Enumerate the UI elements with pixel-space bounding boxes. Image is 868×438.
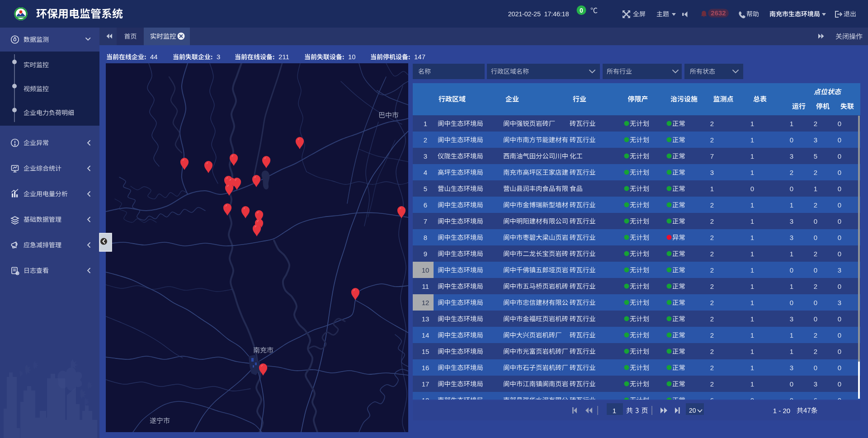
svg-text:0: 0 [838, 315, 841, 323]
svg-text:2: 2 [710, 299, 714, 306]
svg-text:1: 1 [790, 120, 793, 127]
svg-text:2: 2 [710, 250, 714, 258]
svg-text:0: 0 [750, 185, 754, 193]
svg-text:147: 147 [414, 53, 425, 61]
svg-text:0: 0 [790, 299, 793, 306]
svg-text:15: 15 [422, 348, 429, 355]
svg-text:1: 1 [790, 348, 793, 355]
svg-text:0: 0 [790, 396, 793, 404]
svg-text:5: 5 [424, 185, 427, 193]
svg-text:3: 3 [790, 217, 793, 225]
svg-text:1: 1 [790, 201, 793, 209]
svg-text:1: 1 [750, 201, 754, 209]
svg-text:0: 0 [580, 7, 583, 14]
svg-text:2021-02-25 17:46:18: 2021-02-25 17:46:18 [508, 10, 569, 18]
svg-text:14: 14 [422, 331, 429, 339]
svg-text:3: 3 [710, 169, 714, 176]
svg-text:0: 0 [790, 185, 793, 193]
svg-text:0: 0 [838, 217, 841, 225]
svg-text:1: 1 [790, 250, 793, 258]
svg-text:2: 2 [814, 120, 817, 127]
svg-text:0: 0 [790, 266, 793, 274]
svg-text:1: 1 [750, 283, 754, 290]
svg-text:2: 2 [790, 169, 793, 176]
svg-text:0: 0 [838, 364, 841, 372]
svg-text:1: 1 [750, 364, 754, 372]
svg-text:11: 11 [422, 283, 429, 290]
svg-text:0: 0 [838, 283, 841, 290]
svg-text:2: 2 [710, 217, 714, 225]
svg-text:1 - 20: 1 - 20 [773, 407, 790, 414]
svg-text:2632: 2632 [711, 9, 726, 17]
svg-text:7: 7 [424, 217, 427, 225]
svg-text:1: 1 [613, 407, 616, 414]
svg-text:0: 0 [750, 396, 754, 404]
svg-text:2: 2 [814, 331, 817, 339]
svg-text:2: 2 [710, 266, 714, 274]
svg-text:0: 0 [838, 169, 841, 176]
svg-text:0: 0 [838, 234, 841, 241]
svg-text:2: 2 [710, 348, 714, 355]
svg-text:0: 0 [838, 120, 841, 127]
svg-text:1: 1 [750, 348, 754, 355]
svg-text:6: 6 [814, 396, 817, 404]
svg-text:1: 1 [750, 380, 754, 388]
svg-text:6: 6 [710, 396, 714, 404]
svg-text:0: 0 [790, 136, 793, 144]
svg-text:2: 2 [814, 201, 817, 209]
svg-text:1: 1 [750, 299, 754, 306]
svg-text:7: 7 [710, 152, 714, 160]
svg-text:2: 2 [814, 348, 817, 355]
svg-text:2: 2 [710, 364, 714, 372]
svg-text:0: 0 [838, 396, 841, 404]
svg-text:1: 1 [710, 185, 714, 193]
svg-text:0: 0 [838, 136, 841, 144]
svg-text:3: 3 [217, 53, 220, 61]
svg-text:1: 1 [750, 136, 754, 144]
svg-text:2: 2 [814, 169, 817, 176]
svg-text:9: 9 [424, 250, 427, 258]
svg-text:0: 0 [814, 266, 817, 274]
svg-text:211: 211 [278, 53, 289, 61]
svg-text:10: 10 [422, 266, 429, 274]
svg-text:2: 2 [710, 331, 714, 339]
svg-text:2: 2 [710, 201, 714, 209]
svg-text:2: 2 [710, 380, 714, 388]
svg-text:0: 0 [838, 185, 841, 193]
svg-text:1: 1 [814, 185, 817, 193]
svg-text:12: 12 [422, 299, 429, 306]
svg-text:1: 1 [750, 120, 754, 127]
svg-text:44: 44 [150, 53, 158, 61]
svg-text:1: 1 [750, 266, 754, 274]
svg-text:8: 8 [424, 234, 427, 241]
svg-text:0: 0 [838, 380, 841, 388]
svg-text:1: 1 [424, 120, 427, 127]
svg-text:18: 18 [422, 396, 429, 404]
svg-text:3: 3 [790, 315, 793, 323]
svg-text:1: 1 [750, 234, 754, 241]
svg-text:2: 2 [710, 234, 714, 241]
svg-text:4: 4 [424, 169, 427, 176]
svg-text:2: 2 [814, 283, 817, 290]
svg-text:0: 0 [838, 331, 841, 339]
svg-text:1: 1 [750, 331, 754, 339]
svg-text:10: 10 [348, 53, 356, 61]
svg-text:1: 1 [750, 169, 754, 176]
svg-text:3: 3 [838, 266, 841, 274]
svg-text:5: 5 [814, 152, 817, 160]
svg-text:3: 3 [838, 299, 841, 306]
svg-text:20: 20 [689, 407, 696, 414]
svg-text:0: 0 [838, 348, 841, 355]
svg-text:0: 0 [838, 152, 841, 160]
svg-text:3: 3 [790, 234, 793, 241]
svg-text:2: 2 [710, 120, 714, 127]
svg-text:1: 1 [750, 152, 754, 160]
svg-text:3: 3 [814, 380, 817, 388]
svg-text:16: 16 [422, 364, 429, 372]
svg-text:17: 17 [422, 380, 429, 388]
svg-text:13: 13 [422, 315, 429, 323]
svg-text:2: 2 [710, 315, 714, 323]
svg-text:0: 0 [814, 364, 817, 372]
svg-text:2: 2 [814, 250, 817, 258]
svg-text:1: 1 [790, 331, 793, 339]
